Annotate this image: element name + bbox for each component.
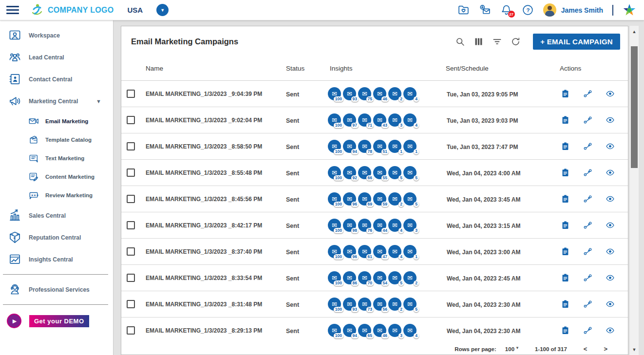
preview-eye-icon[interactable] <box>606 247 615 256</box>
envelope-opened-icon[interactable]: ✉73 <box>358 298 371 311</box>
envelope-opened-icon[interactable]: ✉76 <box>358 219 371 232</box>
row-checkbox[interactable] <box>127 247 135 256</box>
envelope-opened-icon[interactable]: ✉66 <box>358 166 371 179</box>
row-checkbox[interactable] <box>127 116 135 124</box>
envelope-clicked-icon[interactable]: ✉46 <box>373 87 386 100</box>
column-header-status[interactable]: Status <box>282 65 326 72</box>
preview-eye-icon[interactable] <box>606 273 615 282</box>
workflow-icon[interactable] <box>583 168 592 177</box>
report-clipboard-icon[interactable] <box>561 221 570 230</box>
messages-icon[interactable] <box>479 4 491 16</box>
envelope-sent-icon[interactable]: ✉100 <box>328 87 341 100</box>
menu-icon[interactable] <box>6 6 19 14</box>
user-avatar[interactable] <box>543 3 556 17</box>
columns-icon[interactable] <box>474 37 484 47</box>
preview-eye-icon[interactable] <box>606 89 615 98</box>
report-clipboard-icon[interactable] <box>561 273 570 282</box>
envelope-delivered-icon[interactable]: ✉93 <box>343 87 356 100</box>
envelope-bounced-icon[interactable]: ✉1 <box>388 140 401 153</box>
envelope-clicked-icon[interactable]: ✉46 <box>373 324 386 337</box>
envelope-clicked-icon[interactable]: ✉43 <box>373 113 386 127</box>
envelope-unsubscribed-icon[interactable]: ✉1 <box>403 245 417 258</box>
workflow-icon[interactable] <box>583 194 592 204</box>
column-header-insights[interactable]: Insights <box>326 65 442 72</box>
envelope-unsubscribed-icon[interactable]: ✉5 <box>403 166 417 179</box>
envelope-opened-icon[interactable]: ✉61 <box>358 245 371 258</box>
envelope-clicked-icon[interactable]: ✉56 <box>373 298 386 311</box>
workflow-icon[interactable] <box>583 89 592 98</box>
row-checkbox[interactable] <box>127 90 135 98</box>
search-icon[interactable] <box>455 37 465 47</box>
report-clipboard-icon[interactable] <box>561 326 570 335</box>
envelope-sent-icon[interactable]: ✉100 <box>328 245 341 258</box>
workflow-icon[interactable] <box>583 142 592 151</box>
scrollbar-thumb[interactable] <box>631 46 638 168</box>
sidebar-item-professional-services[interactable]: Professional Services <box>0 279 113 300</box>
envelope-sent-icon[interactable]: ✉100 <box>328 271 341 284</box>
envelope-opened-icon[interactable]: ✉71 <box>358 113 371 127</box>
preview-eye-icon[interactable] <box>606 299 615 309</box>
preview-eye-icon[interactable] <box>606 115 615 125</box>
envelope-unsubscribed-icon[interactable]: ✉4 <box>403 324 417 337</box>
row-checkbox[interactable] <box>127 168 135 177</box>
scroll-up-arrow[interactable]: ▲ <box>630 28 639 36</box>
workflow-icon[interactable] <box>583 299 592 309</box>
sidebar-item-lead-central[interactable]: Lead Central <box>0 46 113 68</box>
envelope-delivered-icon[interactable]: ✉97 <box>343 113 356 127</box>
sidebar-subitem-email-marketing[interactable]: Email Marketing <box>0 112 113 131</box>
report-clipboard-icon[interactable] <box>561 89 570 98</box>
envelope-clicked-icon[interactable]: ✉44 <box>373 219 386 232</box>
envelope-opened-icon[interactable]: ✉69 <box>358 192 371 206</box>
envelope-opened-icon[interactable]: ✉70 <box>358 271 371 284</box>
envelope-delivered-icon[interactable]: ✉86 <box>343 271 356 284</box>
sidebar-item-reputation-central[interactable]: ★★★ Reputation Central <box>0 226 113 248</box>
envelope-sent-icon[interactable]: ✉100 <box>328 298 341 311</box>
envelope-sent-icon[interactable]: ✉100 <box>328 140 341 153</box>
sidebar-item-contact-central[interactable]: Contact Central <box>0 68 113 90</box>
envelope-bounced-icon[interactable]: ✉4 <box>388 245 401 258</box>
envelope-clicked-icon[interactable]: ✉51 <box>373 140 386 153</box>
envelope-delivered-icon[interactable]: ✉96 <box>343 245 356 258</box>
envelope-bounced-icon[interactable]: ✉2 <box>388 87 401 100</box>
previous-page-button[interactable]: < <box>584 345 587 353</box>
sidebar-subitem-text-marketing[interactable]: Text Marketing <box>0 149 113 168</box>
sidebar-item-sales-central[interactable]: Sales Central <box>0 205 113 226</box>
envelope-bounced-icon[interactable]: ✉3 <box>388 324 401 337</box>
help-icon[interactable]: ? <box>522 4 534 16</box>
country-dropdown-button[interactable]: ▼ <box>156 4 169 16</box>
workflow-icon[interactable] <box>583 221 592 230</box>
row-checkbox[interactable] <box>127 221 135 229</box>
sidebar-item-marketing-central[interactable]: Marketing Central ▼ <box>0 90 113 112</box>
preview-eye-icon[interactable] <box>606 194 615 204</box>
envelope-delivered-icon[interactable]: ✉92 <box>343 166 356 179</box>
column-header-sent-schedule[interactable]: Sent/Schedule <box>442 65 556 72</box>
notifications-bell-icon[interactable]: 27 <box>500 4 512 16</box>
envelope-unsubscribed-icon[interactable]: ✉5 <box>403 192 417 206</box>
row-checkbox[interactable] <box>127 300 135 308</box>
workflow-icon[interactable] <box>583 273 592 282</box>
get-demo-button[interactable]: Get your DEMO <box>29 315 89 327</box>
sidebar-subitem-review-marketing[interactable]: ★★★ Review Marketing <box>0 186 113 205</box>
column-header-actions[interactable]: Actions <box>556 65 628 72</box>
envelope-unsubscribed-icon[interactable]: ✉1 <box>403 140 417 153</box>
envelope-sent-icon[interactable]: ✉100 <box>328 219 341 232</box>
envelope-clicked-icon[interactable]: ✉55 <box>373 166 386 179</box>
envelope-delivered-icon[interactable]: ✉94 <box>343 140 356 153</box>
filter-icon[interactable] <box>492 37 502 47</box>
envelope-bounced-icon[interactable]: ✉3 <box>388 113 401 127</box>
envelope-sent-icon[interactable]: ✉100 <box>328 113 341 127</box>
refresh-icon[interactable] <box>511 37 521 47</box>
row-checkbox[interactable] <box>127 195 135 203</box>
column-header-name[interactable]: Name <box>142 65 282 72</box>
report-clipboard-icon[interactable] <box>561 168 570 177</box>
envelope-bounced-icon[interactable]: ✉2 <box>388 192 401 206</box>
envelope-delivered-icon[interactable]: ✉96 <box>343 192 356 206</box>
report-clipboard-icon[interactable] <box>561 247 570 256</box>
workflow-icon[interactable] <box>583 247 592 256</box>
vertical-scrollbar[interactable]: ▲ ▼ <box>630 26 639 355</box>
report-clipboard-icon[interactable] <box>561 299 570 309</box>
envelope-bounced-icon[interactable]: ✉2 <box>388 298 401 311</box>
scroll-down-arrow[interactable]: ▼ <box>630 346 639 354</box>
envelope-sent-icon[interactable]: ✉100 <box>328 166 341 179</box>
preview-eye-icon[interactable] <box>606 168 615 177</box>
